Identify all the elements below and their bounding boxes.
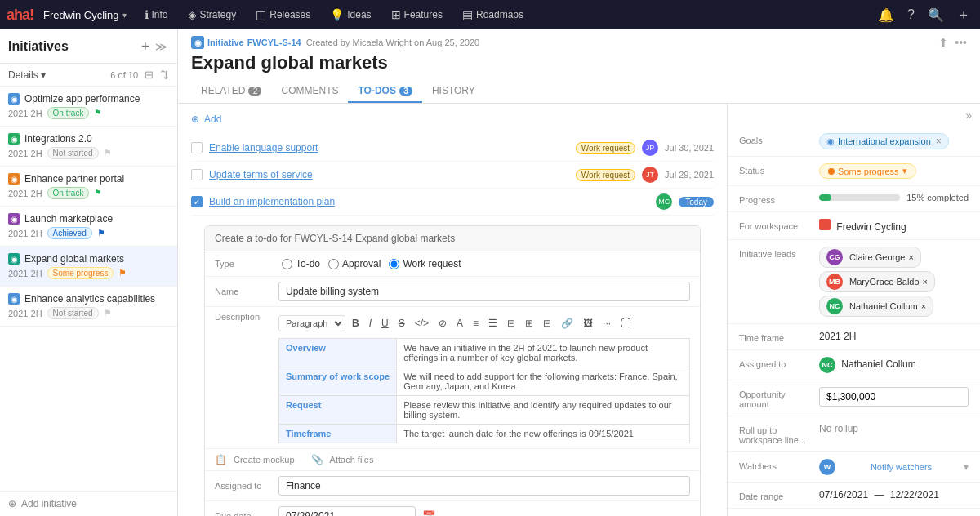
radio-approval-input[interactable]: [328, 259, 339, 269]
goals-remove-icon[interactable]: ×: [936, 136, 942, 147]
underline-button[interactable]: U: [378, 316, 392, 331]
todo-label-2[interactable]: Update terms of service: [209, 169, 569, 180]
add-initiative-icon[interactable]: ＋: [137, 36, 154, 56]
notify-watchers-link[interactable]: Notify watchers: [871, 462, 932, 472]
name-input[interactable]: [278, 282, 690, 301]
sidebar-item-analytics[interactable]: ◉ Enhance analytics capabilities 2021 2H…: [0, 287, 177, 327]
progress-bar-wrap: 15% completed: [819, 193, 969, 202]
nav-tab-features[interactable]: ⊞ Features: [383, 0, 451, 29]
todo-label-1[interactable]: Enable language support: [209, 142, 569, 153]
date-end[interactable]: 12/22/2021: [890, 489, 939, 500]
add-initiative-button[interactable]: ⊕ Add initiative: [0, 491, 177, 516]
assigned-label: Assigned to: [215, 481, 272, 491]
details-chevron-icon: ▾: [41, 69, 46, 81]
date-start[interactable]: 07/16/2021: [819, 489, 868, 500]
opportunity-label: Opportunity amount: [739, 387, 813, 409]
search-icon[interactable]: 🔍: [924, 4, 947, 26]
item-flag-analytics: ⚑: [104, 308, 112, 318]
status-value: Some progress ▾: [819, 163, 969, 179]
text-color-button[interactable]: A: [453, 316, 466, 331]
lead-claire[interactable]: CG Claire George ×: [819, 247, 921, 268]
notifications-icon[interactable]: 🔔: [875, 4, 898, 26]
todo-date-3: Today: [679, 197, 714, 207]
lead-marygrace-remove[interactable]: ×: [923, 277, 928, 287]
radio-work-request-input[interactable]: [389, 259, 399, 269]
todo-checkbox-3[interactable]: ✓: [191, 196, 203, 207]
help-icon[interactable]: ?: [904, 4, 918, 25]
radio-work-request[interactable]: Work request: [389, 258, 461, 269]
assigned-section: Assigned to NC Nathaniel Collum: [728, 350, 980, 380]
nav-tab-releases[interactable]: ◫ Releases: [247, 0, 318, 29]
link-button[interactable]: 🔗: [558, 316, 577, 331]
lead-nathaniel-remove[interactable]: ×: [921, 301, 926, 311]
sidebar-item-launch[interactable]: ◉ Launch marketplace 2021 2H Achieved ⚑: [0, 207, 177, 247]
italic-button[interactable]: I: [366, 316, 375, 331]
tab-history[interactable]: HISTORY: [422, 80, 485, 103]
lead-claire-remove[interactable]: ×: [908, 252, 913, 262]
nav-tab-strategy[interactable]: ◈ Strategy: [180, 0, 245, 29]
details-button[interactable]: Details ▾: [8, 69, 46, 81]
paragraph-select[interactable]: Paragraph: [278, 315, 345, 331]
sidebar-filter-icon[interactable]: ⊞: [145, 69, 154, 81]
add-global-icon[interactable]: ＋: [954, 3, 973, 27]
lead-nathaniel-avatar: NC: [826, 298, 843, 314]
radio-todo-input[interactable]: [282, 259, 292, 269]
nav-tab-ideas[interactable]: 💡 Ideas: [322, 0, 379, 29]
due-date-input[interactable]: [278, 506, 416, 516]
indent-button[interactable]: ⊞: [522, 316, 537, 331]
status-tag[interactable]: Some progress ▾: [819, 163, 916, 179]
todo-checkbox-2[interactable]: [191, 169, 203, 180]
assigned-input[interactable]: [278, 476, 690, 496]
goals-tag[interactable]: ◉ International expansion ×: [819, 133, 949, 149]
toggle-panel-icon[interactable]: »: [965, 109, 972, 122]
sidebar-item-integrations[interactable]: ◉ Integrations 2.0 2021 2H Not started ⚑: [0, 127, 177, 167]
create-mockup-label[interactable]: Create mockup: [234, 455, 295, 465]
desc-content-scope[interactable]: We will need to add support for the foll…: [397, 367, 690, 396]
lead-nathaniel[interactable]: NC Nathaniel Collum ×: [819, 296, 933, 317]
goals-tag-label: International expansion: [838, 136, 931, 146]
add-todo-row[interactable]: ⊕ Add: [191, 113, 714, 125]
tab-todo[interactable]: TO-DOS 3: [348, 80, 421, 103]
align-button[interactable]: ≡: [470, 316, 482, 331]
calendar-icon[interactable]: 📅: [422, 510, 435, 517]
ordered-list-button[interactable]: ⊟: [504, 316, 519, 331]
export-icon[interactable]: ⬆: [938, 36, 948, 49]
time-frame-section: Time frame 2021 2H: [728, 324, 980, 350]
table-button[interactable]: ⊟: [540, 316, 555, 331]
lead-marygrace[interactable]: MB MaryGrace Baldo ×: [819, 271, 935, 292]
leads-label: Initiative leads: [739, 247, 813, 259]
fullscreen-button[interactable]: ⛶: [617, 316, 634, 331]
todo-checkbox-1[interactable]: [191, 142, 203, 153]
radio-todo[interactable]: To-do: [282, 258, 320, 269]
nav-tab-info[interactable]: ℹ Info: [136, 0, 176, 29]
tab-comments[interactable]: COMMENTS: [271, 80, 348, 103]
desc-content-timeframe[interactable]: The target launch date for the new offer…: [397, 425, 690, 443]
nav-tab-roadmaps[interactable]: ▤ Roadmaps: [454, 0, 532, 29]
form-assigned-row: Assigned to: [205, 471, 700, 501]
sidebar-sort-icon[interactable]: ⇅: [160, 69, 169, 81]
time-frame-value[interactable]: 2021 2H: [819, 331, 969, 342]
code-button[interactable]: </>: [412, 316, 432, 331]
bold-button[interactable]: B: [349, 316, 363, 331]
todo-label-3[interactable]: Build an implementation plan: [209, 196, 649, 207]
desc-content-overview[interactable]: We have an initiative in the 2H of 2021 …: [397, 339, 690, 367]
sidebar-item-enhance-partner[interactable]: ◉ Enhance partner portal 2021 2H On trac…: [0, 167, 177, 207]
collapse-sidebar-icon[interactable]: ≫: [154, 38, 169, 55]
tab-related[interactable]: RELATED 2: [191, 80, 271, 103]
opportunity-input[interactable]: [819, 387, 969, 407]
list-button[interactable]: ☰: [485, 316, 501, 331]
desc-content-request[interactable]: Please review this initiative and identi…: [397, 396, 690, 425]
image-button[interactable]: 🖼: [580, 316, 596, 331]
desc-row-timeframe: Timeframe The target launch date for the…: [279, 425, 690, 443]
user-selector[interactable]: Fredwin Cycling ▾: [43, 9, 126, 21]
nav-tab-strategy-label: Strategy: [200, 9, 237, 20]
strikethrough-button[interactable]: S: [395, 316, 408, 331]
sidebar-item-expand[interactable]: ◉ Expand global markets 2021 2H Some pro…: [0, 247, 177, 287]
sidebar-item-optimize[interactable]: ◉ Optimize app performance 2021 2H On tr…: [0, 87, 177, 127]
attach-files-label[interactable]: Attach files: [330, 455, 374, 465]
item-header: ◉ Integrations 2.0: [8, 133, 169, 145]
radio-approval[interactable]: Approval: [328, 258, 381, 269]
more-button[interactable]: ···: [599, 316, 614, 331]
clear-format-button[interactable]: ⊘: [435, 316, 450, 331]
more-options-icon[interactable]: •••: [955, 36, 967, 49]
